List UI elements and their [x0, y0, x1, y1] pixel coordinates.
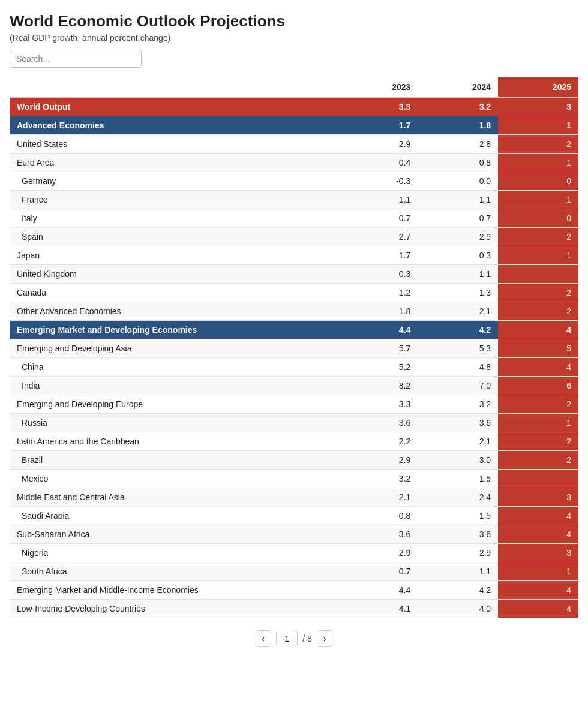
table-row: India8.27.06: [10, 377, 578, 395]
cell-value: 3.6: [338, 525, 418, 544]
cell-value: 4.8: [418, 358, 498, 377]
table-row: Russia3.63.61: [10, 414, 578, 432]
cell-label: Middle East and Central Asia: [10, 488, 338, 507]
cell-value: 1.1: [418, 265, 498, 284]
page-title: World Economic Outlook Projections: [10, 12, 578, 31]
table-row: Japan1.70.31: [10, 246, 578, 265]
cell-value: 0.7: [338, 562, 418, 581]
cell-value: 4: [498, 507, 578, 525]
cell-value: 3.2: [418, 97, 498, 116]
table-row: Euro Area0.40.81: [10, 154, 578, 172]
cell-value: 1: [498, 154, 578, 172]
cell-value: 4: [498, 600, 578, 618]
table-row: South Africa0.71.11: [10, 562, 578, 581]
cell-value: 4: [498, 581, 578, 600]
prev-page-button[interactable]: ‹: [256, 630, 272, 647]
cell-value: 4.2: [418, 321, 498, 339]
cell-value: 4.4: [338, 321, 418, 339]
page-separator: / 8: [302, 634, 312, 643]
cell-value: 4.2: [418, 581, 498, 600]
cell-value: 0.7: [338, 209, 418, 228]
cell-value: 2: [498, 228, 578, 246]
cell-label: China: [10, 358, 338, 377]
cell-label: Mexico: [10, 470, 338, 488]
cell-value: 3.3: [338, 97, 418, 116]
cell-value: 3.0: [418, 451, 498, 470]
cell-value: [498, 265, 578, 284]
table-row: Germany-0.30.00: [10, 172, 578, 191]
cell-value: 1.5: [418, 507, 498, 525]
table-row: Advanced Economies1.71.81: [10, 116, 578, 135]
cell-value: 2.7: [338, 228, 418, 246]
cell-value: 3: [498, 544, 578, 562]
cell-value: 2.1: [418, 432, 498, 451]
cell-value: 2.1: [338, 488, 418, 507]
table-row: China5.24.84: [10, 358, 578, 377]
cell-label: Japan: [10, 246, 338, 265]
cell-label: Nigeria: [10, 544, 338, 562]
cell-value: 2.9: [418, 544, 498, 562]
table-row: Emerging and Developing Europe3.33.22: [10, 395, 578, 414]
cell-label: Emerging Market and Middle-Income Econom…: [10, 581, 338, 600]
cell-label: Sub-Saharan Africa: [10, 525, 338, 544]
cell-value: 2.2: [338, 432, 418, 451]
table-row: Sub-Saharan Africa3.63.64: [10, 525, 578, 544]
cell-value: 1.8: [338, 302, 418, 321]
subtitle: (Real GDP growth, annual percent change): [10, 33, 578, 43]
cell-value: 2: [498, 135, 578, 154]
cell-value: 5.3: [418, 339, 498, 358]
table-row: Spain2.72.92: [10, 228, 578, 246]
table-row: Nigeria2.92.93: [10, 544, 578, 562]
table-row: World Output3.33.23: [10, 97, 578, 116]
pagination: ‹ / 8 ›: [10, 630, 578, 647]
cell-label: Advanced Economies: [10, 116, 338, 135]
cell-value: 3.6: [418, 525, 498, 544]
cell-label: Spain: [10, 228, 338, 246]
cell-value: 2: [498, 284, 578, 302]
cell-value: 3.6: [418, 414, 498, 432]
cell-label: United Kingdom: [10, 265, 338, 284]
cell-value: 1: [498, 116, 578, 135]
cell-label: Emerging and Developing Europe: [10, 395, 338, 414]
cell-label: South Africa: [10, 562, 338, 581]
cell-value: 0.4: [338, 154, 418, 172]
table-row: United Kingdom0.31.1: [10, 265, 578, 284]
search-input[interactable]: [10, 50, 142, 68]
cell-label: Euro Area: [10, 154, 338, 172]
cell-label: World Output: [10, 97, 338, 116]
cell-value: 3: [498, 97, 578, 116]
cell-value: 1: [498, 414, 578, 432]
table-row: Canada1.21.32: [10, 284, 578, 302]
data-table: 2023 2024 2025 World Output3.33.23Advanc…: [10, 77, 578, 618]
cell-value: 1: [498, 191, 578, 209]
cell-value: 3.2: [338, 470, 418, 488]
table-row: United States2.92.82: [10, 135, 578, 154]
cell-value: 1.1: [418, 562, 498, 581]
cell-label: Other Advanced Economies: [10, 302, 338, 321]
cell-value: 1.1: [418, 191, 498, 209]
cell-value: 4: [498, 321, 578, 339]
cell-value: 4: [498, 525, 578, 544]
col-header-2025: 2025: [498, 77, 578, 97]
cell-value: 7.0: [418, 377, 498, 395]
col-header-2023: 2023: [338, 77, 418, 97]
current-page-input[interactable]: [276, 631, 298, 646]
cell-label: Emerging Market and Developing Economies: [10, 321, 338, 339]
table-row: Latin America and the Caribbean2.22.12: [10, 432, 578, 451]
cell-value: 1.1: [338, 191, 418, 209]
cell-value: 1: [498, 246, 578, 265]
cell-value: 2: [498, 302, 578, 321]
cell-value: 0.8: [418, 154, 498, 172]
cell-label: India: [10, 377, 338, 395]
cell-label: Latin America and the Caribbean: [10, 432, 338, 451]
cell-value: 0.3: [418, 246, 498, 265]
table-row: Emerging and Developing Asia5.75.35: [10, 339, 578, 358]
cell-value: 1.2: [338, 284, 418, 302]
cell-value: 5.2: [338, 358, 418, 377]
cell-value: 2.9: [418, 228, 498, 246]
cell-value: 0: [498, 209, 578, 228]
next-page-button[interactable]: ›: [317, 630, 333, 647]
cell-value: 6: [498, 377, 578, 395]
cell-value: 1.5: [418, 470, 498, 488]
cell-value: 3.2: [418, 395, 498, 414]
